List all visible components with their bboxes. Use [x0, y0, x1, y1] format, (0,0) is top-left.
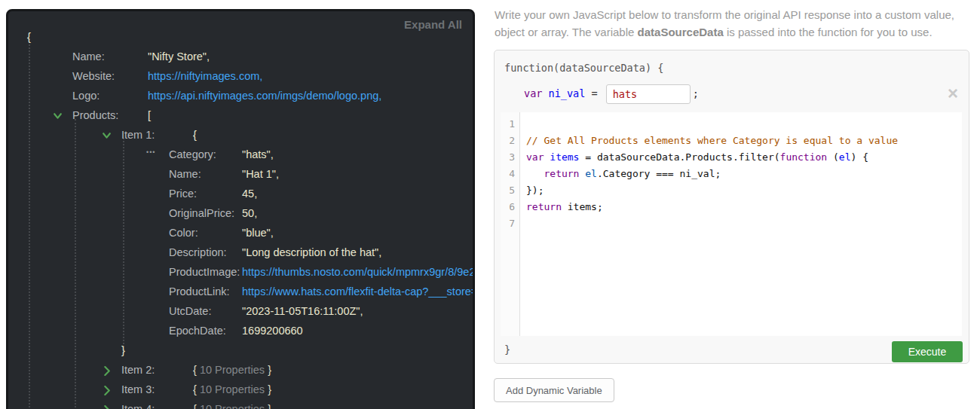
tree-key: UtcDate: — [169, 305, 211, 317]
tree-key: OriginalPrice: — [169, 207, 234, 219]
tree-value-link[interactable]: https://niftyimages.com, — [148, 70, 262, 82]
tree-value: { 10 Properties } — [193, 403, 271, 409]
tree-row: •••Category:"hats", — [8, 145, 473, 165]
line-number: 2 — [501, 133, 519, 149]
tree-key: EpochDate: — [169, 325, 226, 337]
tree-row: Name:"Hat 1", — [8, 165, 473, 185]
tree-row: Logo:https://api.niftyimages.com/imgs/de… — [8, 87, 473, 106]
tree-value: "Long description of the hat", — [242, 246, 381, 258]
tree-value: 45, — [242, 188, 257, 200]
tree-value: { 10 Properties } — [193, 364, 271, 376]
chevron-right-icon[interactable] — [102, 366, 112, 375]
code-line: }); — [526, 182, 962, 199]
tree-value-link[interactable]: https://www.hats.com/flexfit-delta-cap?_… — [242, 285, 475, 298]
tree-row: Products:[ — [8, 106, 473, 126]
tree-value: { — [27, 31, 31, 43]
equals-sign: = — [585, 87, 603, 99]
tree-key: Website: — [72, 70, 115, 82]
variable-assignment-line: var ni_val = ; — [524, 84, 699, 103]
tree-value: } — [121, 344, 125, 356]
tree-key: Color: — [169, 227, 198, 239]
line-number: 5 — [501, 182, 519, 199]
tree-key: Logo: — [72, 90, 100, 102]
tree-key: ProductImage: — [169, 266, 240, 278]
line-number: 1 — [501, 116, 519, 133]
tree-value: 50, — [242, 207, 257, 219]
code-line: return items; — [526, 199, 962, 215]
code-line — [526, 116, 962, 133]
tree-row: { — [8, 28, 473, 47]
tree-row: } — [8, 341, 473, 361]
code-line — [526, 215, 962, 232]
code-token: items; — [562, 201, 603, 212]
close-icon[interactable]: × — [948, 84, 958, 103]
tree-row: Name:"Nifty Store", — [8, 47, 473, 67]
tree-value: "hats", — [242, 148, 274, 160]
line-number: 6 — [501, 199, 519, 215]
code-token: ( — [827, 151, 839, 163]
code-token: var — [526, 151, 544, 163]
tree-key: Item 4: — [121, 403, 155, 409]
tree-row: EpochDate:1699200660 — [8, 322, 473, 341]
code-line: return el.Category === ni_val; — [526, 166, 962, 182]
code-token: function — [780, 151, 828, 163]
chevron-down-icon[interactable] — [53, 111, 63, 121]
tree-row: UtcDate:"2023-11-05T16:11:00Z", — [8, 302, 473, 322]
tree-row: OriginalPrice:50, — [8, 204, 473, 224]
tree-row: Website:https://niftyimages.com, — [8, 67, 473, 87]
line-number: 7 — [501, 215, 519, 232]
tree-key: Item 1: — [121, 129, 155, 141]
code-editor-panel: function(dataSourceData) { var ni_val = … — [494, 50, 969, 364]
editor-instructions: Write your own JavaScript below to trans… — [495, 6, 974, 41]
tree-key: Item 2: — [121, 364, 155, 376]
chevron-down-icon[interactable] — [102, 131, 112, 140]
tree-key: ProductLink: — [169, 285, 230, 298]
chevron-right-icon[interactable] — [102, 405, 112, 409]
tree-value: [ — [148, 109, 151, 121]
tree-row: Item 1:{ — [8, 126, 473, 145]
tree-value: "Hat 1", — [242, 168, 279, 180]
tree-row: Item 3:{ 10 Properties } — [8, 380, 473, 400]
code-token: }); — [526, 185, 544, 196]
tree-row: ProductImage:https://thumbs.nosto.com/qu… — [8, 263, 473, 282]
tree-value: { 10 Properties } — [193, 383, 271, 395]
add-dynamic-variable-button[interactable]: Add Dynamic Variable — [494, 378, 614, 402]
instructions-text: is passed into the function for you to u… — [724, 26, 933, 38]
code-token: ) { — [851, 151, 868, 163]
function-closing-brace: } — [504, 343, 510, 356]
more-options-icon[interactable]: ••• — [146, 148, 155, 156]
tree-key: Description: — [169, 246, 227, 258]
tree-row: ProductLink:https://www.hats.com/flexfit… — [8, 282, 473, 302]
variable-name: dataSourceData — [638, 26, 724, 38]
code-editor[interactable]: 1234567 // Get All Products elements whe… — [501, 112, 962, 336]
tree-row: Item 2:{ 10 Properties } — [8, 361, 473, 380]
var-keyword: var — [524, 87, 542, 99]
tree-value-link[interactable]: https://thumbs.nosto.com/quick/mpmrx9gr/… — [242, 266, 475, 278]
tree-key: Name: — [72, 50, 105, 63]
code-token — [526, 168, 544, 179]
code-token: return — [544, 168, 579, 179]
tree-value-link[interactable]: https://api.niftyimages.com/imgs/demo/lo… — [148, 90, 381, 102]
code-token: = dataSourceData.Products.filter( — [579, 151, 779, 163]
line-number: 3 — [501, 149, 519, 166]
code-line: // Get All Products elements where Categ… — [526, 133, 962, 149]
line-number-gutter: 1234567 — [501, 112, 520, 336]
tree-key: Name: — [169, 168, 201, 180]
tree-key: Category: — [169, 148, 216, 160]
code-token: return — [526, 201, 562, 212]
tree-key: Price: — [169, 188, 197, 200]
tree-key: Item 3: — [121, 383, 155, 395]
code-token: el — [839, 151, 851, 163]
tree-row: Description:"Long description of the hat… — [8, 243, 473, 263]
tree-value: { — [193, 129, 197, 141]
code-line: var items = dataSourceData.Products.filt… — [526, 149, 962, 166]
tree-value: "blue", — [242, 227, 274, 239]
code-token: items — [550, 151, 579, 163]
tree-value: "Nifty Store", — [148, 50, 210, 63]
code-token: // Get All Products elements where Categ… — [526, 135, 898, 146]
execute-button[interactable]: Execute — [892, 341, 963, 362]
function-signature: function(dataSourceData) { — [504, 62, 663, 74]
chevron-right-icon[interactable] — [102, 386, 112, 395]
variable-value-input[interactable] — [606, 84, 691, 104]
tree-key: Products: — [72, 109, 118, 121]
